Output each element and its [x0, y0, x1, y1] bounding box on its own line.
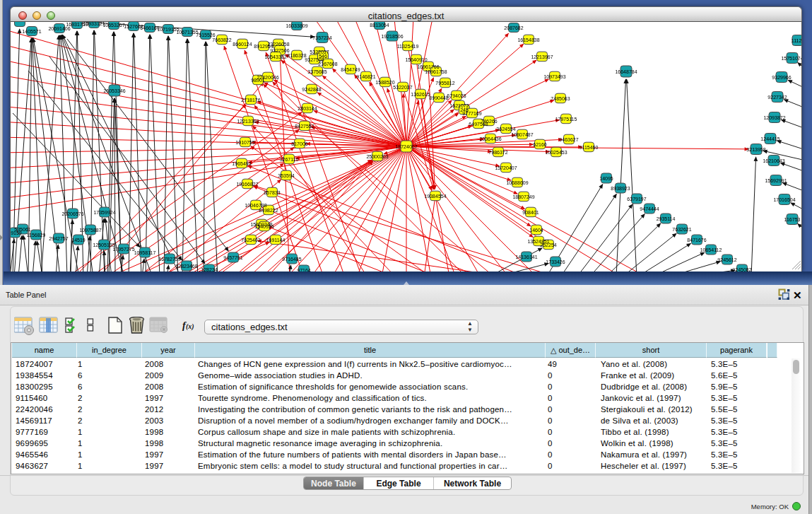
svg-text:(x): (x)	[186, 322, 194, 331]
